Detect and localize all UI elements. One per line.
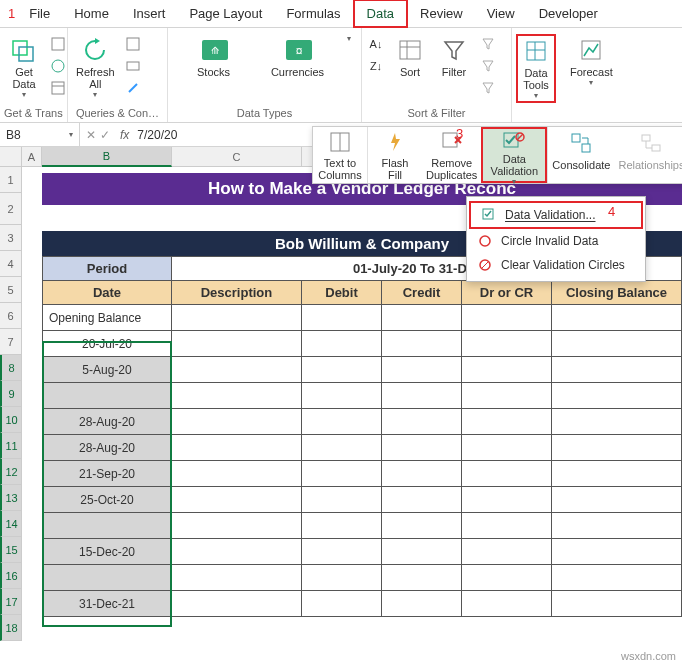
cell[interactable] — [552, 487, 682, 513]
cell[interactable] — [382, 409, 462, 435]
from-table-button[interactable] — [48, 78, 68, 98]
cell[interactable] — [382, 383, 462, 409]
cell[interactable] — [462, 461, 552, 487]
row-header[interactable]: 15 — [0, 537, 22, 563]
clear-filter-button[interactable] — [478, 34, 498, 54]
enter-icon[interactable]: ✓ — [100, 128, 110, 142]
row-header[interactable]: 16 — [0, 563, 22, 589]
cell[interactable] — [172, 513, 302, 539]
cell[interactable] — [382, 539, 462, 565]
queries-button[interactable] — [123, 34, 143, 54]
sort-button[interactable]: Sort — [390, 34, 430, 80]
cell[interactable] — [462, 565, 552, 591]
from-web-button[interactable] — [48, 56, 68, 76]
cell[interactable] — [172, 591, 302, 617]
date-cell[interactable]: 31-Dec-21 — [42, 591, 172, 617]
menu-data-validation[interactable]: Data Validation... — [469, 201, 643, 229]
text-to-columns-button[interactable]: Text to Columns — [313, 127, 367, 183]
tab-view[interactable]: View — [475, 1, 527, 26]
cell[interactable] — [382, 331, 462, 357]
column-header[interactable]: B — [42, 147, 172, 167]
cell[interactable] — [552, 409, 682, 435]
tab-data[interactable]: Data — [353, 0, 408, 28]
date-cell[interactable] — [42, 565, 172, 591]
cell[interactable] — [172, 565, 302, 591]
tab-insert[interactable]: Insert — [121, 1, 178, 26]
cell[interactable] — [382, 513, 462, 539]
date-cell[interactable] — [42, 383, 172, 409]
column-header[interactable]: C — [172, 147, 302, 167]
cell[interactable] — [382, 357, 462, 383]
cell[interactable] — [302, 487, 382, 513]
cell[interactable] — [382, 305, 462, 331]
name-box[interactable]: B8 ▾ — [0, 123, 80, 146]
cell[interactable] — [172, 331, 302, 357]
remove-duplicates-button[interactable]: Remove Duplicates — [422, 127, 481, 183]
sort-desc-button[interactable]: Z↓ — [366, 56, 386, 76]
select-all-button[interactable] — [0, 147, 22, 167]
cell[interactable] — [462, 409, 552, 435]
date-cell[interactable]: 5-Aug-20 — [42, 357, 172, 383]
cell[interactable] — [172, 461, 302, 487]
cancel-icon[interactable]: ✕ — [86, 128, 96, 142]
cell[interactable] — [302, 591, 382, 617]
date-cell[interactable]: 15-Dec-20 — [42, 539, 172, 565]
cell[interactable] — [382, 565, 462, 591]
tab-review[interactable]: Review — [408, 1, 475, 26]
currencies-button[interactable]: ¤ Currencies — [263, 34, 333, 80]
cell[interactable] — [462, 357, 552, 383]
cell[interactable] — [302, 513, 382, 539]
cell[interactable] — [302, 357, 382, 383]
cell[interactable] — [552, 461, 682, 487]
tab-formulas[interactable]: Formulas — [274, 1, 352, 26]
edit-links-button[interactable] — [123, 78, 143, 98]
cell[interactable] — [382, 591, 462, 617]
cell[interactable] — [462, 383, 552, 409]
column-header[interactable]: A — [22, 147, 42, 167]
date-cell[interactable]: 21-Sep-20 — [42, 461, 172, 487]
row-header[interactable]: 1 — [0, 167, 22, 193]
sort-asc-button[interactable]: A↓ — [366, 34, 386, 54]
row-header[interactable]: 3 — [0, 225, 22, 251]
data-tools-button[interactable]: Data Tools ▾ — [516, 34, 556, 103]
fx-icon[interactable]: fx — [116, 128, 133, 142]
row-header[interactable]: 13 — [0, 485, 22, 511]
row-header[interactable]: 8 — [0, 355, 22, 381]
cell[interactable] — [462, 305, 552, 331]
menu-clear-circles[interactable]: Clear Validation Circles — [467, 253, 645, 277]
cell[interactable] — [462, 435, 552, 461]
cell[interactable] — [552, 513, 682, 539]
menu-circle-invalid[interactable]: Circle Invalid Data — [467, 229, 645, 253]
tab-home[interactable]: Home — [62, 1, 121, 26]
flash-fill-button[interactable]: Flash Fill — [368, 127, 422, 183]
cell[interactable] — [172, 305, 302, 331]
forecast-button[interactable]: Forecast ▾ — [566, 34, 617, 89]
relationships-button[interactable]: Relationships — [614, 127, 682, 183]
cell[interactable] — [302, 461, 382, 487]
row-header[interactable]: 2 — [0, 193, 22, 225]
cell[interactable] — [302, 305, 382, 331]
row-header[interactable]: 5 — [0, 277, 22, 303]
cell[interactable] — [462, 591, 552, 617]
cell[interactable] — [172, 435, 302, 461]
filter-button[interactable]: Filter — [434, 34, 474, 80]
chevron-down-icon[interactable]: ▾ — [347, 34, 351, 43]
cell[interactable] — [302, 539, 382, 565]
cell[interactable] — [552, 383, 682, 409]
cell[interactable] — [302, 331, 382, 357]
reapply-button[interactable] — [478, 56, 498, 76]
tab-developer[interactable]: Developer — [527, 1, 610, 26]
row-header[interactable]: 10 — [0, 407, 22, 433]
properties-button[interactable] — [123, 56, 143, 76]
row-header[interactable]: 11 — [0, 433, 22, 459]
tab-page-layout[interactable]: Page Layout — [177, 1, 274, 26]
cell[interactable] — [552, 305, 682, 331]
from-text-button[interactable] — [48, 34, 68, 54]
cell[interactable] — [302, 565, 382, 591]
date-cell[interactable]: 20-Jul-20 — [42, 331, 172, 357]
cell[interactable] — [462, 487, 552, 513]
cell[interactable] — [382, 487, 462, 513]
get-data-button[interactable]: Get Data ▾ — [4, 34, 44, 101]
date-cell[interactable] — [42, 513, 172, 539]
cell[interactable] — [462, 513, 552, 539]
